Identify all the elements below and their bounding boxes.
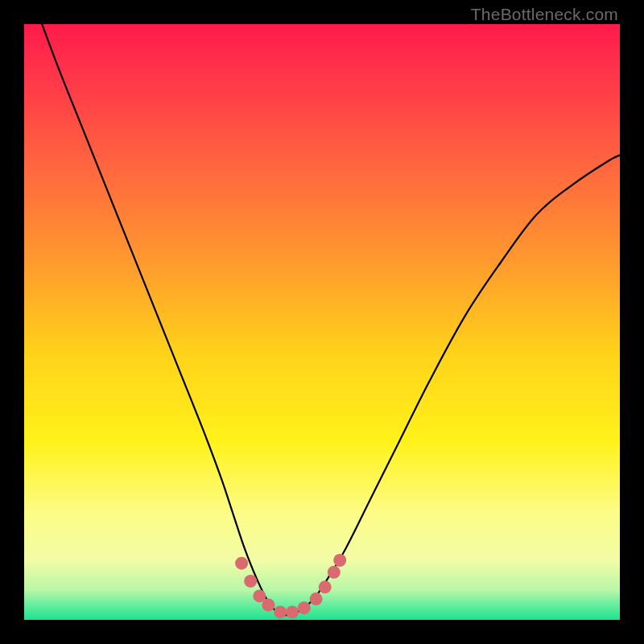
marker-point <box>319 580 332 593</box>
marker-point <box>310 592 323 605</box>
highlighted-points <box>235 554 346 618</box>
marker-point <box>274 605 287 618</box>
bottleneck-curve <box>42 24 620 615</box>
marker-point <box>244 575 257 588</box>
plot-area <box>24 24 620 620</box>
marker-point <box>333 554 346 567</box>
curve-layer <box>24 24 620 620</box>
watermark-text: TheBottleneck.com <box>471 5 618 24</box>
marker-point <box>262 599 275 612</box>
marker-point <box>328 566 341 579</box>
chart-frame: TheBottleneck.com <box>0 0 644 644</box>
marker-point <box>298 601 311 614</box>
marker-point <box>286 605 299 618</box>
marker-point <box>235 557 248 570</box>
